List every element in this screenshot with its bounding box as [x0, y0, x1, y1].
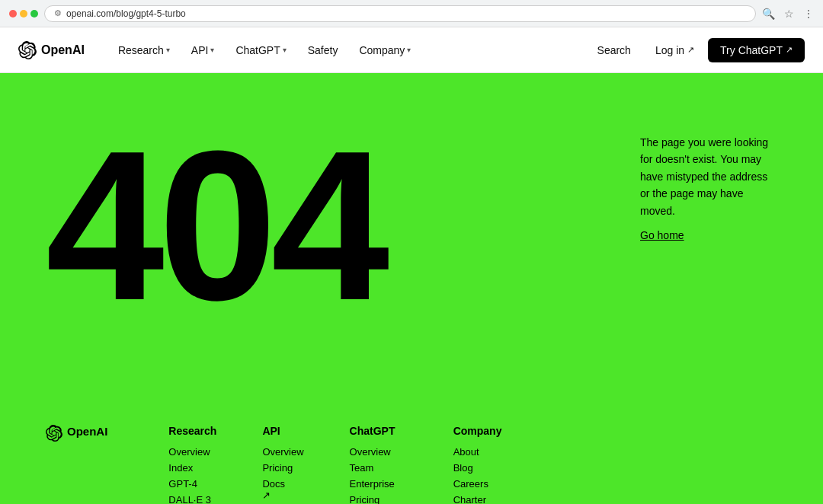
secure-icon: ⚙ — [54, 8, 62, 18]
nav-links: Research ▾ API ▾ ChatGPT ▾ Safety Compan… — [109, 38, 587, 62]
chevron-down-icon: ▾ — [407, 46, 411, 54]
external-link-icon: ↗ — [786, 45, 793, 55]
footer-link-company-careers[interactable]: Careers — [453, 478, 528, 490]
nav-logo[interactable]: OpenAI — [18, 41, 85, 59]
footer-col-research: Research Overview Index GPT-4 DALL·E 3 S… — [168, 425, 216, 504]
footer-col-company-heading: Company — [453, 425, 528, 437]
footer-col-chatgpt: ChatGPT Overview Team Enterprise Pricing… — [350, 425, 408, 504]
chevron-down-icon: ▾ — [283, 46, 287, 54]
footer-link-api-docs[interactable]: Docs ↗ — [262, 478, 303, 501]
login-button[interactable]: Log in ↗ — [645, 38, 705, 62]
footer-col-company: Company About Blog Careers Charter Secur… — [453, 425, 528, 504]
footer-col-api-heading: API — [262, 425, 303, 437]
footer-link-research-overview[interactable]: Overview — [168, 446, 216, 458]
nav-item-chatgpt[interactable]: ChatGPT ▾ — [226, 38, 295, 62]
footer-logo[interactable]: OpenAI — [46, 425, 107, 504]
footer-link-research-dalle3[interactable]: DALL·E 3 — [168, 494, 216, 504]
openai-logo-icon — [18, 41, 37, 59]
footer-link-api-pricing[interactable]: Pricing — [262, 462, 303, 474]
chevron-down-icon: ▾ — [210, 46, 214, 54]
footer-columns: Research Overview Index GPT-4 DALL·E 3 S… — [168, 425, 777, 504]
footer-link-company-about[interactable]: About — [453, 446, 528, 458]
footer-link-chatgpt-overview[interactable]: Overview — [350, 446, 408, 458]
go-home-link[interactable]: Go home — [640, 229, 684, 241]
chevron-down-icon: ▾ — [166, 46, 170, 54]
footer-link-chatgpt-team[interactable]: Team — [350, 462, 408, 474]
footer-col-research-heading: Research — [168, 425, 216, 437]
logo-text: OpenAI — [41, 43, 85, 57]
footer-link-company-charter[interactable]: Charter — [453, 494, 528, 504]
nav-actions: Search Log in ↗ Try ChatGPT ↗ — [587, 38, 805, 62]
nav-item-api[interactable]: API ▾ — [182, 38, 224, 62]
nav-item-safety[interactable]: Safety — [299, 38, 347, 62]
search-browser-icon[interactable]: 🔍 — [762, 8, 775, 20]
browser-toolbar: 🔍 ☆ ⋮ — [762, 8, 814, 20]
error-code: 404 — [0, 73, 383, 378]
bookmark-icon[interactable]: ☆ — [784, 8, 794, 20]
main-content: 404 The page you were looking for doesn'… — [0, 73, 823, 400]
footer-inner: OpenAI Research Overview Index GPT-4 DAL… — [46, 425, 777, 504]
footer-link-research-gpt4[interactable]: GPT-4 — [168, 478, 216, 490]
nav-item-company[interactable]: Company ▾ — [350, 38, 420, 62]
footer: OpenAI Research Overview Index GPT-4 DAL… — [0, 400, 823, 504]
navbar: OpenAI Research ▾ API ▾ ChatGPT ▾ Safety… — [0, 27, 823, 73]
search-button[interactable]: Search — [587, 38, 642, 62]
nav-item-research[interactable]: Research ▾ — [109, 38, 179, 62]
footer-link-chatgpt-pricing[interactable]: Pricing — [350, 494, 408, 504]
footer-link-company-blog[interactable]: Blog — [453, 462, 528, 474]
address-bar[interactable]: ⚙ openai.com/blog/gpt4-5-turbo — [44, 5, 756, 22]
menu-icon[interactable]: ⋮ — [803, 8, 814, 20]
footer-link-chatgpt-enterprise[interactable]: Enterprise — [350, 478, 408, 490]
footer-col-api: API Overview Pricing Docs ↗ — [262, 425, 303, 504]
try-chatgpt-button[interactable]: Try ChatGPT ↗ — [708, 38, 805, 62]
footer-link-research-index[interactable]: Index — [168, 462, 216, 474]
close-window-button[interactable] — [9, 10, 17, 18]
external-link-icon: ↗ — [687, 45, 694, 55]
footer-link-api-overview[interactable]: Overview — [262, 446, 303, 458]
footer-col-chatgpt-heading: ChatGPT — [350, 425, 408, 437]
browser-window-controls — [9, 10, 38, 18]
maximize-window-button[interactable] — [30, 10, 38, 18]
error-description: The page you were looking for doesn't ex… — [640, 134, 777, 219]
browser-chrome: ⚙ openai.com/blog/gpt4-5-turbo 🔍 ☆ ⋮ — [0, 0, 823, 27]
external-link-icon: ↗ — [262, 490, 303, 501]
error-message-block: The page you were looking for doesn't ex… — [610, 73, 823, 242]
footer-openai-logo-icon — [46, 425, 62, 442]
url-text: openai.com/blog/gpt4-5-turbo — [66, 8, 186, 19]
minimize-window-button[interactable] — [20, 10, 27, 18]
